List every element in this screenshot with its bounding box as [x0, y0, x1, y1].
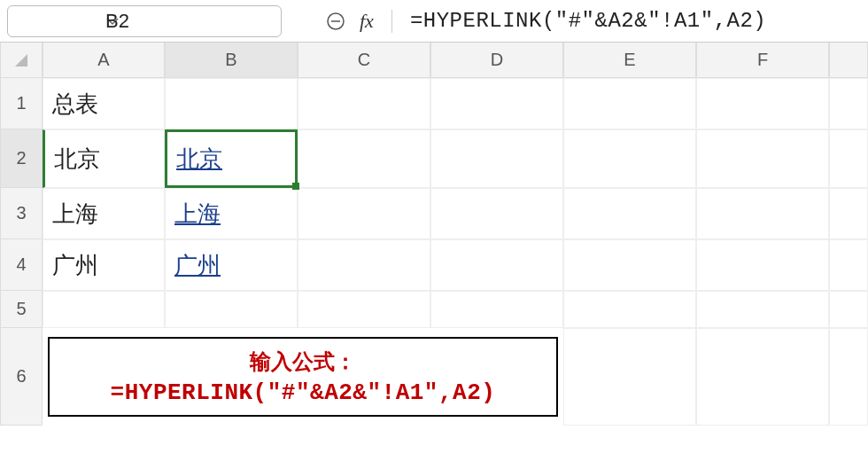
col-header-A[interactable]: A [43, 43, 165, 78]
cell-E3[interactable] [563, 188, 696, 239]
row-header-3[interactable]: 3 [0, 188, 43, 239]
cell-F2[interactable] [696, 129, 829, 188]
cell-A3[interactable]: 上海 [43, 188, 165, 239]
row-header-1[interactable]: 1 [0, 78, 43, 129]
formula-bar-row: B2 fx =HYPERLINK("#"&A2&"!A1",A2) [0, 0, 868, 43]
cell-F4[interactable] [696, 239, 829, 291]
cell-D1[interactable] [430, 78, 563, 129]
cell-A2[interactable]: 北京 [43, 129, 165, 188]
cell-G3[interactable] [829, 188, 868, 239]
cell-A4[interactable]: 广州 [43, 239, 165, 291]
cell-E5[interactable] [563, 291, 696, 328]
col-header-extra[interactable] [829, 43, 868, 78]
cell-F6[interactable] [696, 328, 829, 426]
cell-G4[interactable] [829, 239, 868, 291]
col-header-E[interactable]: E [563, 43, 696, 78]
cell-B3[interactable]: 上海 [165, 188, 298, 239]
annotation-box-wrap: 输入公式： =HYPERLINK(″#″&A2&″!A1″,A2) [43, 328, 563, 426]
cell-G6[interactable] [829, 328, 868, 426]
cell-C3[interactable] [298, 188, 430, 239]
row-header-4[interactable]: 4 [0, 239, 43, 291]
cell-F3[interactable] [696, 188, 829, 239]
cell-A5[interactable] [43, 291, 165, 328]
select-all-corner[interactable] [0, 43, 43, 78]
cell-E6[interactable] [563, 328, 696, 426]
cell-B4[interactable]: 广州 [165, 239, 298, 291]
cell-E2[interactable] [563, 129, 696, 188]
col-header-D[interactable]: D [430, 43, 563, 78]
cell-G2[interactable] [829, 129, 868, 188]
formula-bar[interactable]: fx =HYPERLINK("#"&A2&"!A1",A2) [291, 9, 766, 33]
annotation-line1: 输入公式： [250, 348, 356, 376]
insert-function-icon[interactable] [326, 12, 345, 31]
col-header-F[interactable]: F [696, 43, 829, 78]
name-box-reference: B2 [105, 10, 129, 33]
cell-C5[interactable] [298, 291, 430, 328]
row-header-5[interactable]: 5 [0, 291, 43, 328]
cell-A1[interactable]: 总表 [43, 78, 165, 129]
cell-D4[interactable] [430, 239, 563, 291]
name-box[interactable]: B2 [7, 5, 282, 37]
cell-C2[interactable] [298, 129, 430, 188]
row-header-2[interactable]: 2 [0, 129, 43, 188]
col-header-B[interactable]: B [165, 43, 298, 78]
cell-D2[interactable] [430, 129, 563, 188]
spreadsheet-grid[interactable]: A B C D E F 1 总表 2 北京 北京 3 上海 上海 4 广州 广州… [0, 43, 868, 426]
cell-C4[interactable] [298, 239, 430, 291]
cell-G1[interactable] [829, 78, 868, 129]
cell-F5[interactable] [696, 291, 829, 328]
col-header-C[interactable]: C [298, 43, 430, 78]
cell-E4[interactable] [563, 239, 696, 291]
annotation-line2: =HYPERLINK(″#″&A2&″!A1″,A2) [111, 379, 496, 406]
cell-C1[interactable] [298, 78, 430, 129]
cell-B5[interactable] [165, 291, 298, 328]
fx-icon[interactable]: fx [360, 10, 374, 33]
cell-D3[interactable] [430, 188, 563, 239]
cell-B2[interactable]: 北京 [165, 129, 298, 188]
cell-D5[interactable] [430, 291, 563, 328]
cell-E1[interactable] [563, 78, 696, 129]
formula-input[interactable]: =HYPERLINK("#"&A2&"!A1",A2) [410, 9, 766, 33]
annotation-box: 输入公式： =HYPERLINK(″#″&A2&″!A1″,A2) [48, 337, 558, 417]
divider [391, 10, 392, 33]
row-header-6[interactable]: 6 [0, 328, 43, 426]
cell-B1[interactable] [165, 78, 298, 129]
cell-F1[interactable] [696, 78, 829, 129]
cell-G5[interactable] [829, 291, 868, 328]
